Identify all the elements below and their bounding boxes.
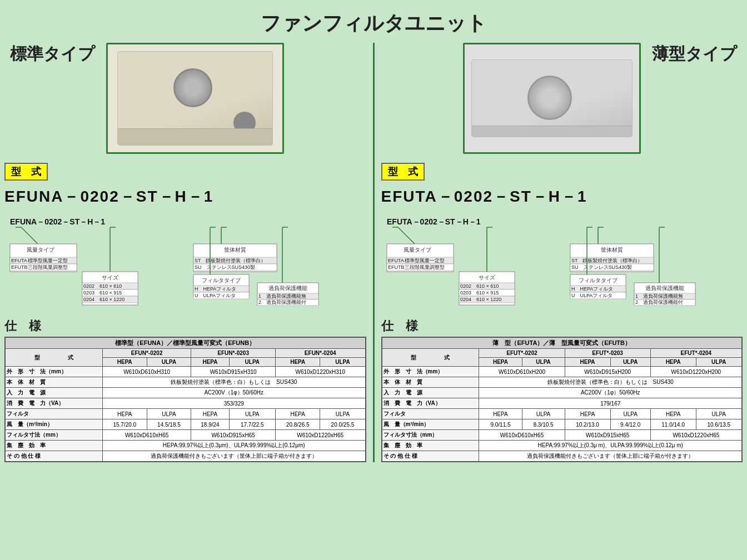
svg-text:標準型風量一定型: 標準型風量一定型 <box>28 258 68 263</box>
svg-text:0204　610 × 1220: 0204 610 × 1220 <box>460 297 501 302</box>
svg-line-8 <box>21 227 38 244</box>
svg-text:1　過負荷保護機能無: 1 過負荷保護機能無 <box>635 293 683 299</box>
svg-text:標準型風量一定型: 標準型風量一定型 <box>405 258 445 263</box>
left-diagram: 風量タイプ EFUTA 標準型風量一定型 EFUTB 三段階風量調整型 筐体材質… <box>4 211 360 313</box>
svg-text:風量タイプ: 風量タイプ <box>404 247 432 253</box>
right-product-image <box>463 43 641 154</box>
svg-text:EFUTB: EFUTB <box>11 264 28 270</box>
svg-text:H　HEPAフィルタ: H HEPAフィルタ <box>571 286 613 292</box>
svg-text:U　ULPAフィルタ: U ULPAフィルタ <box>195 293 236 298</box>
svg-text:1　過負荷保護機能無: 1 過負荷保護機能無 <box>258 293 306 299</box>
svg-text:過負荷保護機能: 過負荷保護機能 <box>645 285 684 291</box>
svg-text:0204　610 × 1220: 0204 610 × 1220 <box>83 297 124 302</box>
svg-text:フィルタタイプ: フィルタタイプ <box>202 277 241 283</box>
right-type-label: 薄型タイプ <box>646 43 743 66</box>
svg-text:過負荷保護機能: 過負荷保護機能 <box>268 285 307 291</box>
svg-text:三段階風量調整型: 三段階風量調整型 <box>405 264 445 270</box>
left-shiki-label: 型 式 <box>4 163 48 181</box>
svg-text:H　HEPAフィルタ: H HEPAフィルタ <box>195 286 236 292</box>
left-shiyou-label: 仕 様 <box>4 318 366 334</box>
svg-text:サイズ: サイズ <box>102 274 119 281</box>
svg-text:2　過負荷保護機能付: 2 過負荷保護機能付 <box>258 299 306 305</box>
page-title: ファンフィルタユニット <box>0 0 747 43</box>
svg-text:ST　鉄板製焼付塗装（標準白）: ST 鉄板製焼付塗装（標準白） <box>195 258 266 263</box>
svg-text:EFUTB: EFUTB <box>388 264 405 270</box>
svg-text:SU　ステンレスSUS430製: SU ステンレスSUS430製 <box>571 264 632 270</box>
right-model-string: EFUTA－0202－ST－H－1 <box>381 186 743 207</box>
svg-text:EFUTA: EFUTA <box>388 258 404 263</box>
svg-text:サイズ: サイズ <box>479 274 496 281</box>
svg-text:0202　610 × 610: 0202 610 × 610 <box>83 283 122 289</box>
svg-text:0203　610 × 915: 0203 610 × 915 <box>460 290 499 296</box>
left-model-string: EFUNA－0202－ST－H－1 <box>4 186 366 207</box>
svg-text:0203　610 × 915: 0203 610 × 915 <box>83 290 122 296</box>
right-shiki-label: 型 式 <box>381 163 425 181</box>
right-section: 薄型タイプ 型 式 EFUTA－0202－ST－H－1 風量タイプ EFUTA … <box>381 43 743 462</box>
svg-text:SU　ステンレスSUS430製: SU ステンレスSUS430製 <box>195 264 255 270</box>
svg-text:筐体材質: 筐体材質 <box>224 247 246 253</box>
svg-text:0202　610 × 610: 0202 610 × 610 <box>460 283 499 289</box>
svg-text:EFUTA－0202－ST－H－1: EFUTA－0202－ST－H－1 <box>387 217 481 226</box>
left-product-image <box>106 43 284 154</box>
svg-text:EFUTA: EFUTA <box>11 258 27 263</box>
svg-text:2　過負荷保護機能付: 2 過負荷保護機能付 <box>635 299 683 305</box>
right-diagram: 風量タイプ EFUTA 標準型風量一定型 EFUTB 三段階風量調整型 筐体材質… <box>381 211 737 313</box>
svg-text:U　ULPAフィルタ: U ULPAフィルタ <box>571 293 612 298</box>
svg-text:風量タイプ: 風量タイプ <box>27 247 55 253</box>
right-spec-table: 薄 型（EFUTA）／薄 型風量可変式（EFUTB） 型 式 EFUT*-020… <box>381 337 743 462</box>
svg-text:ST　鉄板製焼付塗装（標準白）: ST 鉄板製焼付塗装（標準白） <box>571 258 643 263</box>
right-shiyou-label: 仕 様 <box>381 318 743 334</box>
svg-text:EFUNA－0202－ST－H－1: EFUNA－0202－ST－H－1 <box>10 217 105 226</box>
left-type-label: 標準タイプ <box>4 43 101 66</box>
left-spec-table: 標準型（EFUNA）／標準型風量可変式（EFUNB） 型 式 EFUN*-020… <box>4 337 366 462</box>
svg-text:筐体材質: 筐体材質 <box>601 247 623 253</box>
svg-line-53 <box>398 227 415 244</box>
left-section: 標準タイプ 型 式 EFUNA－0202－ST－H－1 風量タイプ <box>4 43 366 462</box>
svg-text:三段階風量調整型: 三段階風量調整型 <box>28 264 68 270</box>
svg-text:フィルタタイプ: フィルタタイプ <box>579 277 618 283</box>
